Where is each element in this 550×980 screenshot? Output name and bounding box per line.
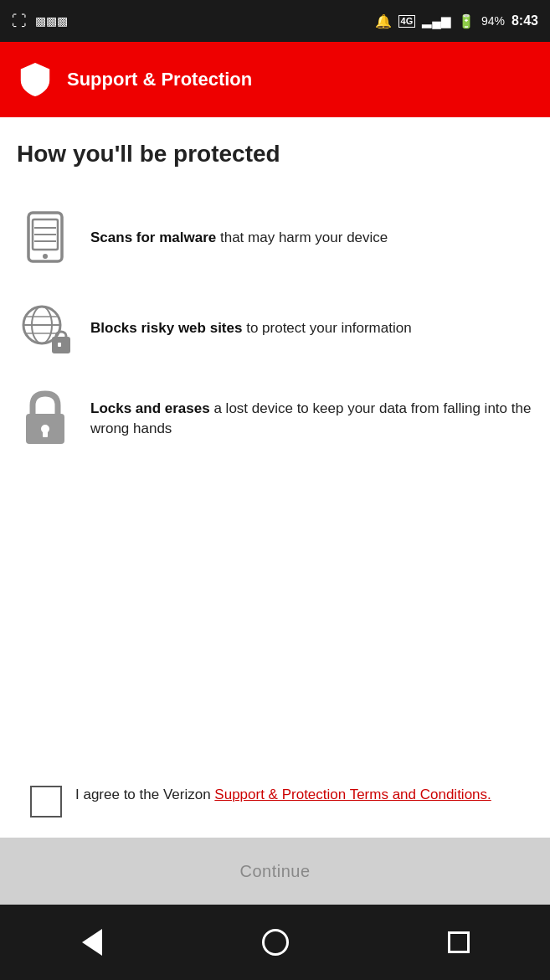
agree-text: I agree to the Verizon Support & Protect… <box>75 784 491 806</box>
back-button[interactable] <box>67 917 117 967</box>
lte-icon: 4G <box>398 15 416 28</box>
web-block-icon <box>17 300 74 357</box>
bottom-section: I agree to the Verizon Support & Protect… <box>17 764 533 838</box>
continue-button[interactable]: Continue <box>0 838 550 905</box>
recents-icon <box>448 931 470 953</box>
signal-icon: ▂▄▆ <box>422 13 451 28</box>
home-button[interactable] <box>250 917 301 967</box>
status-bar-left: ⛶ ▩▩▩ <box>12 13 68 30</box>
mute-icon: 🔔 <box>375 13 392 29</box>
shield-icon <box>17 61 54 98</box>
svg-rect-16 <box>43 431 48 437</box>
feature-lock: Locks and erases a lost device to keep y… <box>17 374 533 464</box>
back-icon <box>82 929 102 956</box>
main-content: How you'll be protected Scan <box>0 117 550 838</box>
lock-icon <box>17 390 74 447</box>
agree-checkbox[interactable] <box>30 786 62 818</box>
page-title: How you'll be protected <box>17 141 533 168</box>
web-text: Blocks risky web sites to protect your i… <box>90 318 412 338</box>
malware-rest: that may harm your device <box>216 230 388 245</box>
feature-list: Scans for malware that may harm your dev… <box>17 193 533 464</box>
nav-bar <box>0 905 550 980</box>
malware-bold: Scans for malware <box>90 230 216 245</box>
app-header-title: Support & Protection <box>67 69 252 90</box>
lock-bold: Locks and erases <box>90 400 210 416</box>
home-icon <box>262 929 289 956</box>
status-bar-right: 🔔 4G ▂▄▆ 🔋 94% 8:43 <box>375 13 538 29</box>
svg-rect-13 <box>58 343 61 347</box>
battery-percent: 94% <box>481 14 505 28</box>
feature-web: Blocks risky web sites to protect your i… <box>17 283 533 374</box>
malware-text: Scans for malware that may harm your dev… <box>90 228 388 248</box>
recents-button[interactable] <box>434 917 484 967</box>
web-rest: to protect your information <box>242 320 411 336</box>
lock-text: Locks and erases a lost device to keep y… <box>90 399 533 439</box>
phone-scan-icon <box>17 209 74 266</box>
sound-icon: ▩▩▩ <box>35 14 68 28</box>
agree-prefix: I agree to the Verizon <box>75 787 214 802</box>
agree-row: I agree to the Verizon Support & Protect… <box>17 764 533 838</box>
terms-link[interactable]: Support & Protection Terms and Condition… <box>214 787 491 802</box>
app-header: Support & Protection <box>0 42 550 117</box>
battery-icon: 🔋 <box>458 13 475 29</box>
image-icon: ⛶ <box>12 13 27 30</box>
clock: 8:43 <box>511 13 538 28</box>
svg-point-2 <box>43 254 48 259</box>
feature-malware: Scans for malware that may harm your dev… <box>17 193 533 283</box>
status-bar: ⛶ ▩▩▩ 🔔 4G ▂▄▆ 🔋 94% 8:43 <box>0 0 550 42</box>
web-bold: Blocks risky web sites <box>90 320 242 336</box>
